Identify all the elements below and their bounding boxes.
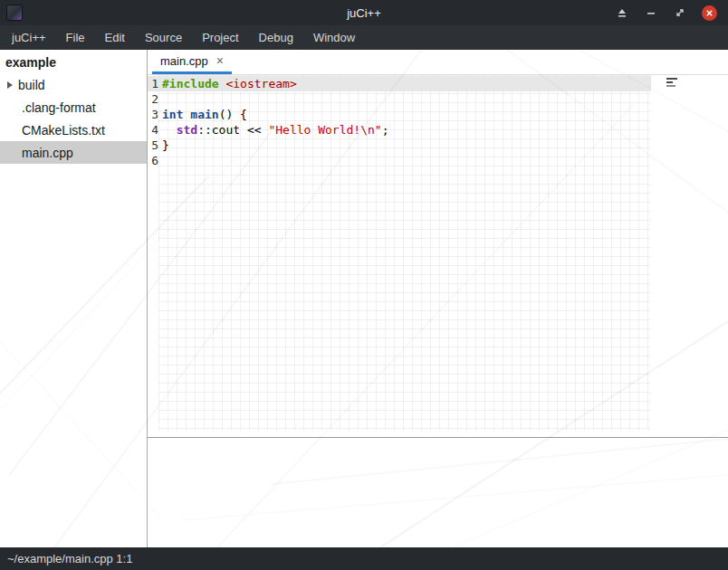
code-text: std::cout << "Hello World!\n"; xyxy=(158,122,388,138)
restore-icon[interactable] xyxy=(673,5,687,20)
file-browser: example build.clang-formatCMakeLists.txt… xyxy=(0,50,148,547)
code-text: #include <iostream> xyxy=(158,76,297,91)
title-bar[interactable]: juCi++ xyxy=(0,0,728,25)
code-text: } xyxy=(158,138,169,153)
code-text: int main() { xyxy=(158,107,247,122)
code-text xyxy=(158,91,162,107)
close-icon[interactable] xyxy=(702,5,717,21)
line-number: 2 xyxy=(148,91,158,107)
app-window: juCi++ juCi++FileEditSourceProjectDebugW… xyxy=(0,0,728,570)
sidebar-item-main-cpp[interactable]: main.cpp xyxy=(0,141,147,164)
terminal-panel xyxy=(148,437,728,547)
tab-main-cpp[interactable]: main.cpp× xyxy=(152,50,232,74)
project-root-label[interactable]: example xyxy=(0,52,147,73)
tab-label: main.cpp xyxy=(160,54,208,68)
line-number: 5 xyxy=(148,138,158,153)
minimize-icon[interactable] xyxy=(644,5,658,20)
code-line-1[interactable]: 1#include <iostream> xyxy=(148,76,651,91)
menu-item-debug[interactable]: Debug xyxy=(249,25,303,50)
line-number: 6 xyxy=(148,153,158,168)
line-number: 1 xyxy=(148,76,158,91)
code-line-6[interactable]: 6 xyxy=(148,153,651,168)
code-lines: 1#include <iostream>23int main() {4 std:… xyxy=(148,75,728,168)
code-line-4[interactable]: 4 std::cout << "Hello World!\n"; xyxy=(148,122,651,138)
main-panel: main.cpp× 1#include <iostream>23int main… xyxy=(148,50,728,547)
menu-item-file[interactable]: File xyxy=(56,25,95,50)
tree-item-label: main.cpp xyxy=(22,146,73,160)
code-editor[interactable]: 1#include <iostream>23int main() {4 std:… xyxy=(148,75,728,437)
menu-item-project[interactable]: Project xyxy=(192,25,248,50)
close-tab-icon[interactable]: × xyxy=(216,54,224,67)
expander-icon[interactable] xyxy=(7,81,13,89)
status-bar: ~/example/main.cpp 1:1 xyxy=(0,547,728,570)
line-number: 4 xyxy=(148,122,158,138)
line-number: 3 xyxy=(148,107,158,122)
menu-bar: juCi++FileEditSourceProjectDebugWindow xyxy=(0,25,728,50)
tree-item-label: .clang-format xyxy=(22,100,96,115)
tree-item-label: CMakeLists.txt xyxy=(22,123,105,138)
code-line-2[interactable]: 2 xyxy=(148,91,651,107)
code-line-3[interactable]: 3int main() { xyxy=(148,107,651,122)
menu-item-juci[interactable]: juCi++ xyxy=(2,25,56,50)
tab-bar: main.cpp× xyxy=(148,50,728,75)
sidebar-item-cmakelists-txt[interactable]: CMakeLists.txt xyxy=(0,119,147,141)
code-text xyxy=(158,153,162,168)
menu-item-window[interactable]: Window xyxy=(303,25,365,50)
tree-item-label: build xyxy=(18,78,45,92)
menu-item-source[interactable]: Source xyxy=(135,25,192,50)
minimap[interactable] xyxy=(666,78,677,89)
content-area: example build.clang-formatCMakeLists.txt… xyxy=(0,50,728,547)
cursor-location: ~/example/main.cpp 1:1 xyxy=(7,552,132,565)
code-line-5[interactable]: 5} xyxy=(148,138,651,153)
eject-icon[interactable] xyxy=(615,5,629,20)
window-controls xyxy=(615,5,728,21)
file-tree: build.clang-formatCMakeLists.txtmain.cpp xyxy=(0,73,147,164)
sidebar-item-build[interactable]: build xyxy=(0,73,147,96)
menu-item-edit[interactable]: Edit xyxy=(95,25,135,50)
sidebar-item-clang-format[interactable]: .clang-format xyxy=(0,96,147,119)
